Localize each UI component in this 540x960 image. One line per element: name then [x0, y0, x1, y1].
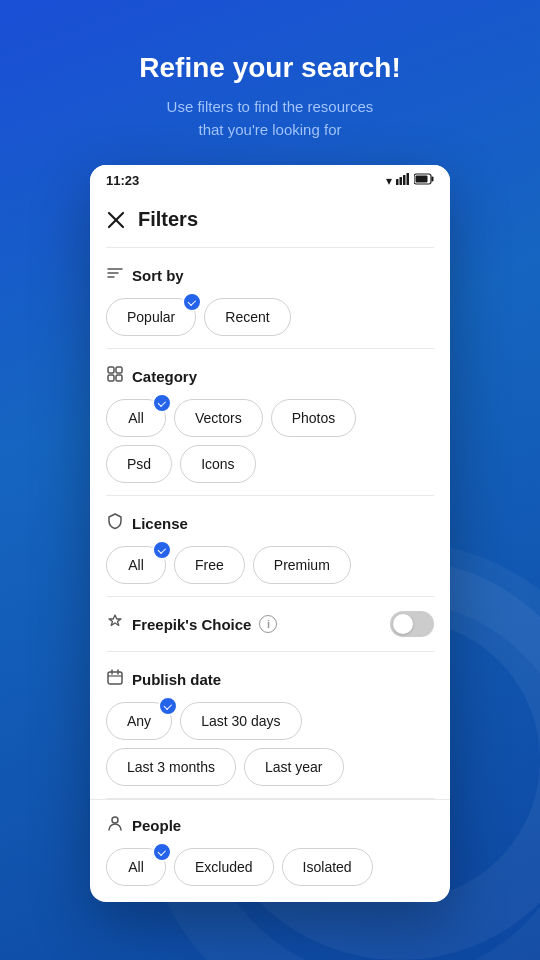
sort-by-section: Sort by Popular Recent: [90, 248, 450, 348]
category-psd-button[interactable]: Psd: [106, 445, 172, 483]
status-icons-group: ▾: [386, 173, 434, 188]
publish-date-section: Publish date Any Last 30 days Last 3 mon…: [90, 652, 450, 798]
people-isolated-button[interactable]: Isolated: [282, 848, 373, 886]
category-options-row1: All Vectors Photos: [106, 399, 434, 437]
page-subtitle: Use filters to find the resourcesthat yo…: [139, 96, 400, 141]
sort-by-options: Popular Recent: [106, 298, 434, 336]
license-section: License All Free Premium: [90, 496, 450, 596]
sort-popular-button[interactable]: Popular: [106, 298, 196, 336]
category-photos-button[interactable]: Photos: [271, 399, 357, 437]
category-label: Category: [132, 368, 197, 385]
signal-icon: [396, 173, 410, 188]
publish-3months-button[interactable]: Last 3 months: [106, 748, 236, 786]
license-label: License: [132, 515, 188, 532]
svg-point-20: [112, 817, 118, 823]
filters-panel-title: Filters: [138, 208, 198, 231]
publish-date-options-row2: Last 3 months Last year: [106, 748, 434, 786]
close-button[interactable]: [106, 210, 126, 230]
license-all-button[interactable]: All: [106, 546, 166, 584]
sort-icon: [106, 264, 124, 286]
publish-lastyear-button[interactable]: Last year: [244, 748, 344, 786]
status-bar: 11:23 ▾: [90, 165, 450, 196]
header-section: Refine your search! Use filters to find …: [99, 0, 440, 165]
people-excluded-button[interactable]: Excluded: [174, 848, 274, 886]
freepik-choice-toggle[interactable]: [390, 611, 434, 637]
category-vectors-button[interactable]: Vectors: [174, 399, 263, 437]
sort-popular-check: [182, 292, 202, 312]
svg-rect-1: [400, 177, 403, 185]
publish-any-check: [158, 696, 178, 716]
svg-rect-12: [108, 367, 114, 373]
category-all-check: [152, 393, 172, 413]
status-time: 11:23: [106, 173, 139, 188]
license-header: License: [106, 512, 434, 534]
license-icon: [106, 512, 124, 534]
publish-date-options-row1: Any Last 30 days: [106, 702, 434, 740]
license-all-check: [152, 540, 172, 560]
freepik-choice-row: Freepik's Choice i: [90, 597, 450, 651]
wifi-icon: ▾: [386, 174, 392, 188]
freepik-choice-label: Freepik's Choice: [132, 616, 251, 633]
people-options: All Excluded Isolated: [106, 848, 434, 886]
license-free-button[interactable]: Free: [174, 546, 245, 584]
people-icon: [106, 814, 124, 836]
svg-rect-14: [108, 375, 114, 381]
category-options-row2: Psd Icons: [106, 445, 434, 483]
sort-recent-button[interactable]: Recent: [204, 298, 290, 336]
people-header: People: [106, 814, 434, 836]
publish-any-button[interactable]: Any: [106, 702, 172, 740]
category-all-button[interactable]: All: [106, 399, 166, 437]
freepik-choice-left: Freepik's Choice i: [106, 613, 277, 635]
people-all-check: [152, 842, 172, 862]
sort-by-label: Sort by: [132, 267, 184, 284]
star-icon: [106, 613, 124, 635]
svg-rect-5: [432, 177, 434, 182]
svg-rect-6: [416, 176, 428, 183]
category-icons-button[interactable]: Icons: [180, 445, 255, 483]
license-premium-button[interactable]: Premium: [253, 546, 351, 584]
battery-icon: [414, 173, 434, 188]
license-options: All Free Premium: [106, 546, 434, 584]
svg-rect-3: [407, 173, 410, 185]
svg-rect-15: [116, 375, 122, 381]
people-label: People: [132, 817, 181, 834]
category-header: Category: [106, 365, 434, 387]
publish-date-header: Publish date: [106, 668, 434, 690]
category-section: Category All Vectors Photos Psd Icons: [90, 349, 450, 495]
svg-rect-16: [108, 672, 122, 684]
people-section: People All Excluded Isolated: [90, 799, 450, 902]
publish-date-label: Publish date: [132, 671, 221, 688]
filters-header: Filters: [90, 196, 450, 247]
page-main-title: Refine your search!: [139, 52, 400, 84]
freepik-choice-info[interactable]: i: [259, 615, 277, 633]
calendar-icon: [106, 668, 124, 690]
people-all-button[interactable]: All: [106, 848, 166, 886]
sort-by-header: Sort by: [106, 264, 434, 286]
svg-rect-13: [116, 367, 122, 373]
publish-30days-button[interactable]: Last 30 days: [180, 702, 301, 740]
svg-rect-2: [403, 175, 406, 185]
close-icon: [106, 210, 126, 230]
category-icon: [106, 365, 124, 387]
phone-mockup: 11:23 ▾: [90, 165, 450, 902]
svg-rect-0: [396, 179, 399, 185]
